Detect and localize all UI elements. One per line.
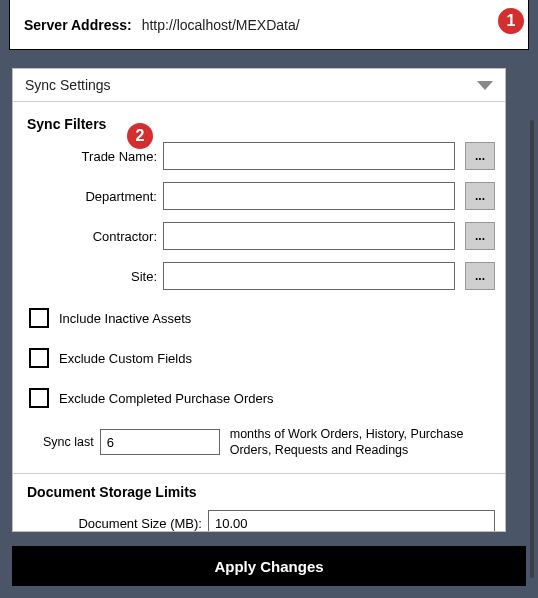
server-address-label: Server Address:	[24, 17, 132, 33]
document-size-row: Document Size (MB):	[13, 510, 505, 533]
exclude-custom-fields-row[interactable]: Exclude Custom Fields	[13, 342, 505, 374]
exclude-completed-po-label: Exclude Completed Purchase Orders	[59, 391, 274, 406]
filter-row-contractor: Contractor: ...	[13, 222, 505, 250]
exclude-custom-fields-label: Exclude Custom Fields	[59, 351, 192, 366]
trade-name-browse-button[interactable]: ...	[465, 142, 495, 170]
include-inactive-assets-checkbox[interactable]	[29, 308, 49, 328]
chevron-down-icon	[477, 81, 493, 90]
callout-badge-2: 2	[125, 121, 155, 151]
apply-changes-button[interactable]: Apply Changes	[12, 546, 526, 586]
sync-settings-panel: Sync Settings Sync Filters Trade Name: .…	[12, 68, 506, 532]
sync-settings-header[interactable]: Sync Settings	[13, 69, 505, 102]
sync-last-input[interactable]	[100, 429, 220, 455]
sync-last-label: Sync last	[43, 435, 94, 449]
department-browse-button[interactable]: ...	[465, 182, 495, 210]
filter-row-site: Site: ...	[13, 262, 505, 290]
sync-last-row: Sync last months of Work Orders, History…	[13, 422, 505, 474]
filter-row-trade-name: Trade Name: ...	[13, 142, 505, 170]
sync-last-description: months of Work Orders, History, Purchase…	[230, 426, 495, 459]
department-label: Department:	[13, 189, 163, 204]
sync-settings-title: Sync Settings	[25, 77, 111, 93]
include-inactive-assets-label: Include Inactive Assets	[59, 311, 191, 326]
document-size-input[interactable]	[208, 510, 495, 533]
document-size-label: Document Size (MB):	[13, 516, 208, 531]
site-label: Site:	[13, 269, 163, 284]
vertical-scrollbar[interactable]	[530, 120, 534, 578]
server-address-bar: Server Address: http://localhost/MEXData…	[9, 0, 529, 50]
contractor-label: Contractor:	[13, 229, 163, 244]
callout-badge-1: 1	[496, 6, 526, 36]
include-inactive-assets-row[interactable]: Include Inactive Assets	[13, 302, 505, 334]
server-address-value: http://localhost/MEXData/	[142, 17, 300, 33]
site-browse-button[interactable]: ...	[465, 262, 495, 290]
exclude-completed-po-row[interactable]: Exclude Completed Purchase Orders	[13, 382, 505, 414]
document-storage-heading: Document Storage Limits	[13, 474, 505, 510]
site-input[interactable]	[163, 262, 455, 290]
trade-name-input[interactable]	[163, 142, 455, 170]
contractor-input[interactable]	[163, 222, 455, 250]
contractor-browse-button[interactable]: ...	[465, 222, 495, 250]
filter-row-department: Department: ...	[13, 182, 505, 210]
sync-filters-heading: Sync Filters	[13, 102, 505, 142]
content-area: Sync Settings Sync Filters Trade Name: .…	[0, 50, 538, 532]
department-input[interactable]	[163, 182, 455, 210]
exclude-completed-po-checkbox[interactable]	[29, 388, 49, 408]
exclude-custom-fields-checkbox[interactable]	[29, 348, 49, 368]
